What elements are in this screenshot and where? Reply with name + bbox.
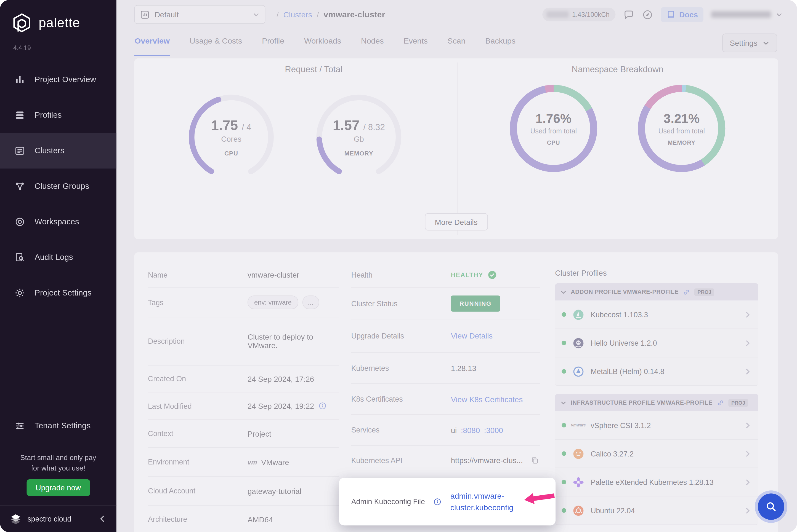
sidebar-item-label: Cluster Groups — [35, 182, 89, 191]
pack-status-dot — [562, 480, 566, 484]
hello-universe-icon — [572, 337, 584, 349]
memory-donut-caption: Used from total — [658, 127, 705, 135]
infrastructure-profile-header[interactable]: INFRASTRUCTURE PROFILE VMWARE-PROFILE PR… — [555, 394, 758, 411]
memory-gauge-value: 1.57 / 8.32 — [333, 117, 385, 133]
k8s-certificates-row: K8s Certificates View K8s Certificates — [351, 384, 540, 415]
link-icon[interactable] — [717, 399, 724, 406]
info-icon[interactable] — [318, 402, 327, 410]
last-modified-row: Last Modified 24 Sep 2024, 19:22 — [148, 393, 339, 420]
chevron-right-icon — [744, 506, 752, 514]
cpu-donut-percent: 1.76% — [536, 111, 572, 126]
book-icon — [667, 10, 675, 19]
profile-pack-kubecost[interactable]: Kubecost 1.103.3 — [555, 301, 758, 329]
profile-pack-hello-universe[interactable]: Hello Universe 1.2.0 — [555, 329, 758, 357]
user-name-redacted — [711, 11, 771, 18]
service-port-8080-link[interactable]: :8080 — [461, 425, 480, 434]
context-row: Context Project — [148, 420, 339, 448]
profile-pack-vsphere-csi[interactable]: vmware vSphere CSI 3.1.2 — [555, 411, 758, 440]
chevron-right-icon — [744, 310, 752, 318]
tab-events[interactable]: Events — [403, 34, 428, 57]
tab-backups[interactable]: Backups — [485, 34, 516, 57]
breadcrumb-current: vmware-cluster — [323, 10, 385, 19]
tag-env-vmware: env: vmware — [248, 296, 298, 309]
breadcrumb-clusters-link[interactable]: Clusters — [283, 10, 312, 19]
tab-usage-costs[interactable]: Usage & Costs — [189, 34, 242, 57]
cluster-profiles-panel: Cluster Profiles ADDON PROFILE VMWARE-PR… — [555, 268, 758, 525]
created-on-row: Created On 24 Sep 2024, 17:26 — [148, 365, 339, 393]
chevron-right-icon — [744, 450, 752, 458]
environment-value: VMware — [261, 458, 289, 466]
cpu-donut-caption: Used from total — [530, 127, 577, 135]
tab-profile[interactable]: Profile — [261, 34, 285, 57]
infrastructure-profile-name: INFRASTRUCTURE PROFILE VMWARE-PROFILE — [571, 399, 712, 405]
sidebar-item-clusters[interactable]: Clusters — [0, 133, 116, 169]
docs-button[interactable]: Docs — [661, 7, 704, 22]
kubernetes-api-row: Kubernetes API https://vmware-clus... — [351, 446, 540, 475]
chat-icon[interactable] — [623, 9, 635, 20]
sidebar-item-workspaces[interactable]: Workspaces — [0, 204, 116, 240]
kubernetes-version-value: 1.28.13 — [451, 364, 476, 373]
usage-charts-card: Request / Total Namespace Breakdown 1.75… — [134, 58, 778, 239]
upgrade-details-row: Upgrade Details View Details — [351, 319, 540, 353]
compass-icon[interactable] — [642, 9, 653, 20]
upgrade-now-button[interactable]: Upgrade now — [26, 479, 90, 496]
tags-more-button[interactable]: ... — [302, 296, 319, 309]
info-icon[interactable] — [433, 497, 441, 506]
profile-pack-calico[interactable]: Calico 3.27.2 — [555, 440, 758, 468]
palette-kubernetes-icon — [572, 476, 584, 488]
docs-label: Docs — [679, 10, 698, 19]
pack-status-dot — [562, 312, 566, 317]
settings-button[interactable]: Settings — [722, 34, 777, 52]
spectro-cloud-logo-icon — [9, 513, 22, 525]
project-scope-selector[interactable]: Default — [134, 5, 265, 24]
memory-gauge: 1.57 / 8.32 Gb MEMORY — [315, 93, 403, 181]
chevron-down-icon — [776, 11, 783, 18]
memory-donut-label: MEMORY — [668, 139, 695, 146]
running-status-badge[interactable]: RUNNING — [451, 295, 500, 311]
copy-icon[interactable] — [530, 456, 539, 465]
service-port-3000-link[interactable]: :3000 — [484, 425, 503, 434]
addon-profile-header[interactable]: ADDON PROFILE VMWARE-PROFILE PROJ — [555, 283, 758, 301]
view-k8s-certificates-link[interactable]: View K8s Certificates — [451, 395, 523, 403]
chevron-right-icon — [744, 367, 752, 376]
tab-nodes[interactable]: Nodes — [360, 34, 384, 57]
sidebar-item-audit-logs[interactable]: Audit Logs — [0, 240, 116, 275]
cluster-profiles-title: Cluster Profiles — [555, 268, 758, 277]
chart-divider — [457, 62, 458, 235]
nodes-icon — [14, 181, 26, 192]
memory-gauge-label: MEMORY — [344, 149, 374, 156]
profile-pack-palette-extended-kubernetes[interactable]: Palette eXtended Kubernetes 1.28.13 — [555, 468, 758, 496]
sidebar: palette 4.4.19 Project Overview Profiles… — [0, 0, 116, 532]
profile-pack-ubuntu[interactable]: Ubuntu 22.04 — [555, 496, 758, 525]
kubecost-icon — [572, 308, 584, 321]
sidebar-item-cluster-groups[interactable]: Cluster Groups — [0, 168, 116, 204]
tab-scan[interactable]: Scan — [447, 34, 466, 57]
search-fab-button[interactable] — [758, 493, 784, 520]
cluster-status-row: Cluster Status RUNNING — [351, 288, 540, 319]
architecture-row: Architecture AMD64 — [148, 506, 339, 532]
tab-overview[interactable]: Overview — [134, 34, 170, 57]
sidebar-item-label: Workspaces — [35, 217, 79, 226]
sidebar-item-label: Audit Logs — [35, 253, 73, 262]
request-total-title: Request / Total — [212, 64, 415, 75]
service-name: ui — [451, 425, 457, 434]
sliders-icon — [14, 420, 26, 432]
app-version: 4.4.19 — [13, 45, 31, 52]
sidebar-item-tenant-settings[interactable]: Tenant Settings — [0, 412, 116, 440]
services-row: Services ui :8080 :3000 — [351, 415, 540, 446]
profile-pack-metallb[interactable]: MetalLB (Helm) 0.14.8 — [555, 358, 758, 386]
check-circle-icon — [487, 270, 497, 280]
tab-workloads[interactable]: Workloads — [304, 34, 342, 57]
sidebar-item-project-settings[interactable]: Project Settings — [0, 275, 116, 311]
vmware-logo-icon: vm — [248, 458, 257, 466]
description-row: Description Cluster to deploy to VMware. — [148, 317, 339, 365]
link-icon[interactable] — [683, 288, 690, 296]
user-menu[interactable] — [711, 11, 783, 18]
more-details-button[interactable]: More Details — [425, 213, 488, 231]
admin-kubeconfig-download-link[interactable]: admin.vmware- cluster.kubeconfig — [450, 490, 513, 514]
view-details-link[interactable]: View Details — [451, 331, 493, 340]
collapse-sidebar-icon[interactable] — [98, 514, 107, 524]
sidebar-item-profiles[interactable]: Profiles — [0, 98, 116, 133]
footer-brand-name: spectro cloud — [27, 515, 93, 523]
sidebar-item-project-overview[interactable]: Project Overview — [0, 62, 116, 98]
